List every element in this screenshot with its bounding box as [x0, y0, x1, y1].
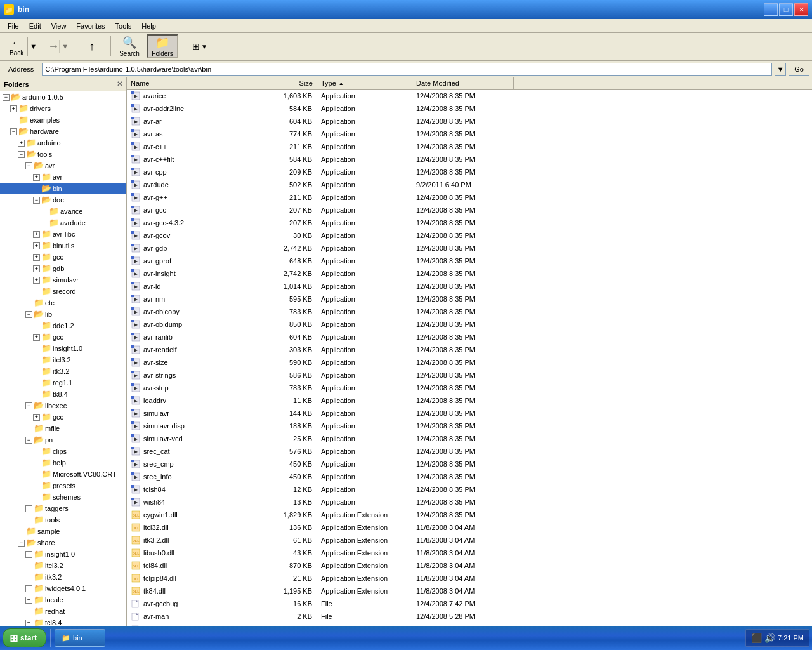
tree-item-arduino2[interactable]: +📁arduino — [0, 137, 126, 149]
tree-item-redhat[interactable]: 📁redhat — [0, 606, 126, 617]
tree-expand-iwidgets4.0.1[interactable]: + — [25, 585, 32, 592]
tree-item-hardware[interactable]: −📂hardware — [0, 126, 126, 137]
file-row[interactable]: DLLtcl84.dll870 KBApplication Extension1… — [127, 559, 812, 572]
file-row[interactable]: DLLitk3.2.dll61 KBApplication Extension1… — [127, 534, 812, 547]
tree-item-msvc80[interactable]: 📁Microsoft.VC80.CRT — [0, 468, 126, 480]
back-button-main[interactable]: ← Back — [6, 35, 27, 58]
tree-item-simulavr[interactable]: +📁simulavr — [0, 274, 126, 286]
close-button[interactable]: ✕ — [794, 3, 808, 16]
tree-expand-arduino2[interactable]: + — [18, 140, 25, 147]
tree-item-avarice[interactable]: 📁avarice — [0, 206, 126, 217]
tray-volume-icon[interactable]: 🔊 — [764, 633, 775, 643]
tree-item-examples[interactable]: 📁examples — [0, 114, 126, 126]
tree-item-doc[interactable]: −📂doc — [0, 194, 126, 206]
file-row[interactable]: ▶srec_info450 KBApplication12/4/2008 8:3… — [127, 470, 812, 483]
file-row[interactable]: DLLlibusb0.dll43 KBApplication Extension… — [127, 547, 812, 559]
file-row[interactable]: ▶avr-ranlib604 KBApplication12/4/2008 8:… — [127, 331, 812, 343]
file-row[interactable]: avr-man2 KBFile12/4/2008 5:28 PM — [127, 610, 812, 623]
tree-item-bin[interactable]: 📂bin — [0, 183, 126, 194]
file-row[interactable]: ▶avr-c++filt584 KBApplication12/4/2008 8… — [127, 153, 812, 166]
tree-item-avr-libc[interactable]: +📁avr-libc — [0, 229, 126, 240]
tree-expand-taggers[interactable]: + — [25, 505, 32, 512]
file-row[interactable]: ▶avr-as774 KBApplication12/4/2008 8:35 P… — [127, 128, 812, 140]
file-row[interactable]: ▶avr-readelf303 KBApplication12/4/2008 8… — [127, 343, 812, 356]
tree-item-pn[interactable]: −📂pn — [0, 434, 126, 446]
tree-expand-avr2[interactable]: + — [33, 174, 40, 181]
tree-item-binutils[interactable]: +📁binutils — [0, 240, 126, 251]
file-row[interactable]: ▶avr-objdump850 KBApplication12/4/2008 8… — [127, 318, 812, 331]
menu-file[interactable]: File — [3, 21, 24, 31]
tree-item-arduino[interactable]: −📂arduino-1.0.5 — [0, 91, 126, 103]
menu-view[interactable]: View — [46, 21, 72, 31]
tree-item-reg1.1[interactable]: 📁reg1.1 — [0, 377, 126, 388]
tree-item-insight1.0[interactable]: 📁insight1.0 — [0, 343, 126, 354]
file-row[interactable]: ▶avr-c++211 KBApplication12/4/2008 8:35 … — [127, 140, 812, 153]
tree-item-itcl3.2[interactable]: 📁itcl3.2 — [0, 354, 126, 366]
file-row[interactable]: ▶wish8413 KBApplication12/4/2008 8:35 PM — [127, 496, 812, 508]
file-row[interactable]: DLLitcl32.dll136 KBApplication Extension… — [127, 521, 812, 534]
tree-item-gcc2[interactable]: +📁gcc — [0, 331, 126, 343]
col-header-name[interactable]: Name — [127, 77, 266, 89]
tree-expand-locale[interactable]: + — [25, 597, 32, 604]
tree-item-tools2[interactable]: 📁tools — [0, 514, 126, 526]
tree-expand-insight1.02[interactable]: + — [25, 551, 32, 558]
tree-expand-simulavr[interactable]: + — [33, 277, 40, 284]
tree-item-gcc[interactable]: +📁gcc — [0, 251, 126, 263]
file-row[interactable]: ▶avrdude502 KBApplication9/2/2011 6:40 P… — [127, 178, 812, 191]
file-row[interactable]: avr-gccbug16 KBFile12/4/2008 7:42 PM — [127, 597, 812, 610]
tree-item-avr2[interactable]: +📁avr — [0, 171, 126, 183]
file-row[interactable]: ▶avr-g++211 KBApplication12/4/2008 8:35 … — [127, 191, 812, 204]
file-row[interactable]: ▶avr-strings586 KBApplication12/4/2008 8… — [127, 369, 812, 381]
tree-item-insight1.02[interactable]: +📁insight1.0 — [0, 548, 126, 560]
file-row[interactable]: ▶avr-gcc207 KBApplication12/4/2008 8:35 … — [127, 204, 812, 216]
tree-item-etc[interactable]: 📁etc — [0, 297, 126, 308]
file-row[interactable]: ▶avr-size590 KBApplication12/4/2008 8:35… — [127, 356, 812, 369]
tree-expand-hardware[interactable]: − — [10, 128, 17, 135]
taskbar-window-bin[interactable]: 📁 bin — [55, 629, 105, 647]
tree-item-gcc3[interactable]: +📁gcc — [0, 411, 126, 423]
tree-expand-avr[interactable]: − — [25, 162, 32, 169]
file-row[interactable]: ▶avr-cpp209 KBApplication12/4/2008 8:35 … — [127, 166, 812, 178]
tree-expand-pn[interactable]: − — [25, 437, 32, 444]
tree-expand-gcc[interactable]: + — [33, 254, 40, 261]
tree-expand-doc[interactable]: − — [33, 197, 40, 204]
menu-help[interactable]: Help — [136, 21, 161, 31]
tree-item-locale[interactable]: +📁locale — [0, 594, 126, 606]
tree-item-tk8.4[interactable]: 📁tk8.4 — [0, 388, 126, 400]
tree-item-iwidgets4.0.1[interactable]: +📁iwidgets4.0.1 — [0, 583, 126, 594]
file-row[interactable]: ▶avr-objcopy783 KBApplication12/4/2008 8… — [127, 305, 812, 318]
back-button-group[interactable]: ← Back ▼ — [3, 34, 42, 58]
search-button[interactable]: 🔍 Search — [114, 34, 145, 58]
tree-item-mfile[interactable]: 📁mfile — [0, 423, 126, 434]
menu-favorites[interactable]: Favorites — [71, 21, 110, 31]
tree-item-share[interactable]: −📂share — [0, 537, 126, 548]
tree-item-taggers[interactable]: +📁taggers — [0, 503, 126, 514]
views-dropdown-arrow[interactable]: ▼ — [201, 43, 207, 50]
tree-item-clips[interactable]: 📁clips — [0, 446, 126, 457]
tree-expand-binutils[interactable]: + — [33, 242, 40, 249]
tree-expand-lib[interactable]: − — [25, 311, 32, 318]
col-header-type[interactable]: Type — [317, 77, 412, 89]
minimize-button[interactable]: − — [764, 3, 778, 16]
file-row[interactable]: ▶simulavr-vcd25 KBApplication12/4/2008 8… — [127, 432, 812, 445]
address-input[interactable] — [42, 63, 772, 76]
file-row[interactable]: ▶avr-gcc-4.3.2207 KBApplication12/4/2008… — [127, 216, 812, 229]
tree-item-tools[interactable]: −📂tools — [0, 149, 126, 160]
folders-button[interactable]: 📁 Folders — [147, 34, 178, 58]
tree-item-presets[interactable]: 📁presets — [0, 480, 126, 491]
address-go-button[interactable]: Go — [789, 63, 809, 76]
file-row[interactable]: ▶avr-ar604 KBApplication12/4/2008 8:35 P… — [127, 115, 812, 128]
tree-item-sample[interactable]: 📁sample — [0, 526, 126, 537]
tree-expand-gcc2[interactable]: + — [33, 334, 40, 341]
file-row[interactable]: ▶avarice1,603 KBApplication12/4/2008 8:3… — [127, 90, 812, 102]
tree-expand-gcc3[interactable]: + — [33, 414, 40, 421]
tree-expand-arduino[interactable]: − — [3, 94, 10, 101]
file-row[interactable]: ▶avr-nm595 KBApplication12/4/2008 8:35 P… — [127, 293, 812, 305]
tree-item-schemes[interactable]: 📁schemes — [0, 491, 126, 503]
file-row[interactable]: DLLtk84.dll1,195 KBApplication Extension… — [127, 585, 812, 597]
forward-button[interactable]: → ▼ — [43, 34, 75, 58]
file-row[interactable]: ▶simulavr144 KBApplication12/4/2008 8:35… — [127, 407, 812, 420]
maximize-button[interactable]: □ — [779, 3, 793, 16]
file-row[interactable]: ▶tclsh8412 KBApplication12/4/2008 8:35 P… — [127, 483, 812, 496]
address-dropdown-button[interactable]: ▼ — [775, 63, 786, 76]
